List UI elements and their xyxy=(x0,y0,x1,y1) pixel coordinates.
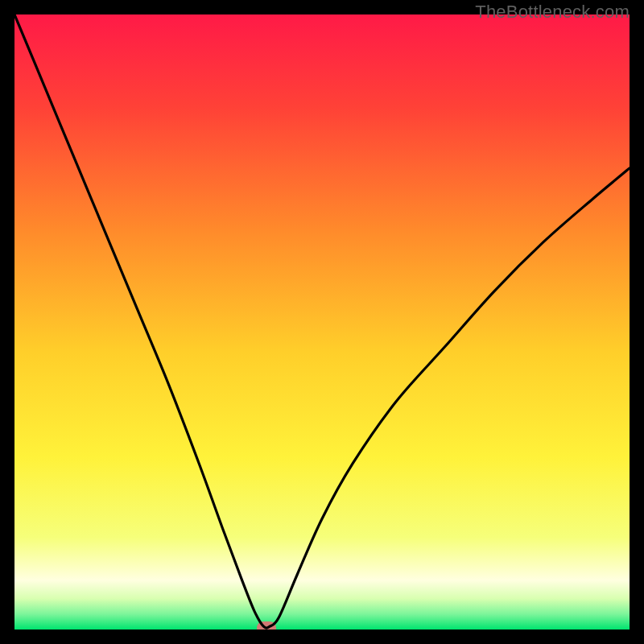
bottleneck-curve xyxy=(14,14,630,630)
plot-area xyxy=(14,14,630,630)
curve-path xyxy=(14,14,630,628)
chart-frame: TheBottleneck.com xyxy=(0,0,644,644)
